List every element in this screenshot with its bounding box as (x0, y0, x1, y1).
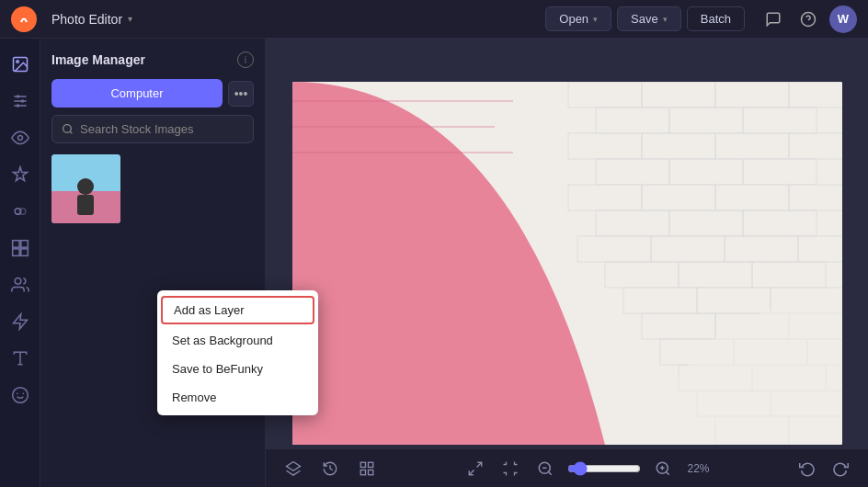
svg-point-24 (22, 393, 24, 395)
search-stock-images-button[interactable]: Search Stock Images (51, 115, 254, 143)
sidebar-panel: Image Manager i Computer ••• Search Stoc… (40, 39, 266, 487)
crop-icon-button[interactable] (497, 456, 523, 481)
svg-point-29 (77, 178, 94, 195)
app-logo (11, 6, 37, 32)
bottom-left-tools (280, 456, 380, 481)
svg-point-18 (15, 278, 21, 285)
app-title-chevron: ▾ (128, 14, 132, 24)
svg-rect-83 (360, 470, 365, 474)
nav-stickers[interactable] (4, 379, 37, 412)
batch-button[interactable]: Batch (687, 6, 745, 31)
svg-point-23 (16, 393, 17, 395)
svg-marker-79 (287, 461, 301, 470)
svg-line-87 (548, 471, 551, 474)
search-label: Search Stock Images (80, 122, 194, 136)
nav-text[interactable] (4, 342, 37, 375)
layers-icon-button[interactable] (280, 456, 306, 481)
user-avatar-button[interactable]: W (829, 6, 857, 33)
context-menu-save-to-befunky[interactable]: Save to BeFunky (157, 355, 318, 383)
save-button[interactable]: Save ▾ (617, 6, 681, 31)
fit-screen-icon-button[interactable] (463, 456, 488, 481)
image-canvas (292, 82, 842, 445)
bottom-right-tools (794, 456, 853, 481)
zoom-slider[interactable] (567, 461, 641, 476)
main-image-svg (292, 82, 842, 445)
redo-icon-button[interactable] (828, 456, 853, 481)
help-icon-button[interactable] (794, 6, 822, 33)
svg-rect-82 (369, 470, 373, 474)
svg-line-84 (476, 462, 481, 467)
left-nav (0, 39, 40, 487)
topbar: Photo Editor ▾ Open ▾ Save ▾ Batch W (0, 0, 868, 39)
svg-point-4 (16, 61, 17, 63)
svg-line-85 (469, 470, 474, 474)
svg-point-22 (12, 388, 28, 403)
history-icon-button[interactable] (317, 456, 343, 481)
svg-line-90 (666, 471, 668, 474)
panel-title: Image Manager (51, 52, 145, 67)
more-options-button[interactable]: ••• (228, 81, 254, 107)
info-icon[interactable]: i (237, 51, 254, 68)
bottom-center-tools: 22% (463, 456, 713, 481)
nav-filters[interactable] (4, 195, 37, 228)
svg-rect-16 (12, 249, 19, 256)
svg-point-9 (20, 99, 23, 102)
canvas-area: 22% (266, 39, 868, 487)
context-menu-remove[interactable]: Remove (157, 383, 318, 412)
svg-line-26 (70, 131, 72, 133)
undo-icon-button[interactable] (794, 456, 820, 481)
svg-rect-76 (292, 126, 495, 128)
app-title-button[interactable]: Photo Editor ▾ (44, 8, 140, 30)
nav-image-manager[interactable] (4, 48, 37, 81)
svg-rect-75 (292, 100, 513, 102)
app-title-text: Photo Editor (51, 12, 122, 27)
topbar-icons: W (760, 6, 857, 33)
computer-button[interactable]: Computer (51, 79, 223, 108)
svg-rect-17 (20, 249, 28, 256)
main-content: Image Manager i Computer ••• Search Stoc… (0, 39, 868, 487)
nav-people[interactable] (4, 268, 37, 301)
chat-icon-button[interactable] (760, 6, 787, 33)
svg-rect-80 (360, 462, 365, 467)
svg-point-8 (16, 95, 18, 97)
nav-graphics[interactable] (4, 305, 37, 338)
svg-rect-30 (77, 195, 94, 215)
search-icon (62, 123, 74, 135)
svg-rect-15 (20, 241, 28, 248)
zoom-out-icon-button[interactable] (532, 456, 558, 481)
context-menu-set-as-background[interactable]: Set as Background (157, 326, 318, 355)
svg-point-11 (17, 136, 22, 141)
svg-rect-14 (12, 241, 19, 248)
nav-adjustments[interactable] (4, 85, 37, 118)
svg-rect-77 (292, 152, 513, 153)
thumb-svg (51, 154, 120, 223)
bottom-bar: 22% (266, 448, 868, 487)
grid-icon-button[interactable] (354, 456, 380, 481)
zoom-percent: 22% (685, 462, 713, 475)
thumb-preview (51, 154, 120, 223)
panel-header: Image Manager i (51, 51, 254, 68)
svg-point-25 (63, 125, 72, 133)
computer-row: Computer ••• (51, 79, 254, 108)
nav-touch-up[interactable] (4, 158, 37, 191)
svg-point-10 (16, 104, 18, 107)
image-thumbnail[interactable] (51, 154, 120, 223)
svg-rect-81 (369, 462, 373, 467)
nav-effects[interactable] (4, 121, 37, 154)
context-menu-add-as-layer[interactable]: Add as Layer (161, 296, 314, 324)
svg-marker-19 (13, 314, 27, 330)
nav-overlays[interactable] (4, 232, 37, 265)
zoom-in-icon-button[interactable] (650, 456, 676, 481)
context-menu: Add as Layer Set as Background Save to B… (157, 290, 318, 415)
image-item-area: Add as Layer Set as Background Save to B… (51, 154, 254, 223)
open-button[interactable]: Open ▾ (545, 6, 611, 31)
